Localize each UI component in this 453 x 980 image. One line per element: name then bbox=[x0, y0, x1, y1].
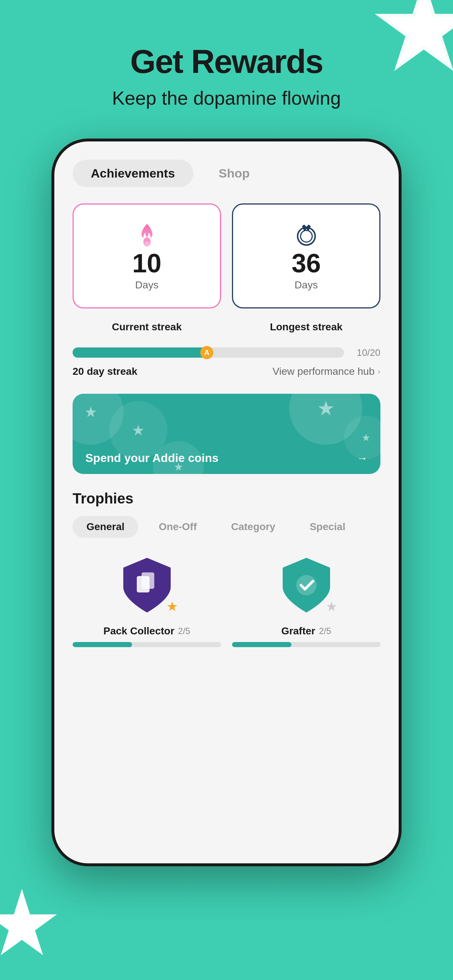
app-content: Achievements Shop bbox=[54, 142, 399, 684]
coins-bottom-bar: Spend your Addie coins → bbox=[73, 442, 380, 474]
page-title: Get Rewards bbox=[0, 44, 453, 80]
flame-icon bbox=[132, 221, 161, 250]
svg-point-1 bbox=[145, 241, 149, 246]
grafter-progress-bar bbox=[232, 642, 380, 647]
addie-coins-banner[interactable]: ★ ★ ★ ★ ★ bbox=[73, 394, 380, 474]
longest-streak-label: Longest streak bbox=[232, 321, 380, 333]
pack-collector-icon-wrapper: ★ bbox=[114, 552, 180, 618]
progress-bar-area: A 10/20 bbox=[73, 347, 380, 358]
trophy-items: ★ Pack Collector 2/5 bbox=[73, 552, 380, 647]
svg-rect-5 bbox=[142, 573, 154, 589]
coins-arrow-icon: → bbox=[357, 452, 368, 465]
main-tabs: Achievements Shop bbox=[73, 160, 380, 187]
progress-bar-fill: A bbox=[73, 347, 208, 358]
current-streak-label: Current streak bbox=[73, 321, 221, 333]
phone-mockup: Achievements Shop bbox=[51, 138, 402, 866]
grafter-name-row: Grafter 2/5 bbox=[281, 625, 331, 637]
longest-streak-card: 36 Days bbox=[232, 204, 380, 309]
pack-collector-count: 2/5 bbox=[178, 626, 190, 636]
view-performance-hub-link[interactable]: View performance hub › bbox=[273, 366, 380, 377]
coins-label: Spend your Addie coins bbox=[85, 451, 219, 465]
grafter-star-icon: ★ bbox=[326, 599, 337, 614]
trophy-pack-collector: ★ Pack Collector 2/5 bbox=[73, 552, 221, 647]
grafter-progress-fill bbox=[232, 642, 292, 647]
grafter-name: Grafter bbox=[281, 625, 315, 637]
current-streak-unit: Days bbox=[135, 279, 159, 291]
streak-labels: Current streak Longest streak bbox=[73, 316, 380, 333]
pack-collector-star-icon: ★ bbox=[166, 599, 178, 614]
progress-bar-wrapper: A bbox=[73, 347, 344, 358]
progress-section: A 10/20 20 day streak View performance h… bbox=[73, 347, 380, 377]
svg-point-3 bbox=[301, 231, 312, 242]
tab-achievements[interactable]: Achievements bbox=[73, 160, 193, 187]
trophy-tab-category[interactable]: Category bbox=[217, 516, 289, 538]
progress-labels: 20 day streak View performance hub › bbox=[73, 366, 380, 377]
phone-outer-frame: Achievements Shop bbox=[51, 138, 402, 866]
trophies-section: Trophies General One-Off Category Specia… bbox=[73, 490, 380, 647]
pack-collector-progress-fill bbox=[73, 642, 132, 647]
grafter-icon-wrapper: ★ bbox=[274, 552, 339, 618]
phone-screen: Achievements Shop bbox=[54, 142, 399, 863]
star-coin-icon-3: ★ bbox=[317, 397, 335, 420]
streak-cards-container: 10 Days 36 Days bbox=[73, 204, 380, 309]
current-streak-card: 10 Days bbox=[73, 204, 221, 309]
chevron-right-icon: › bbox=[378, 366, 380, 377]
progress-count-label: 10/20 bbox=[357, 347, 380, 358]
pack-collector-progress-bar bbox=[73, 642, 221, 647]
grafter-count: 2/5 bbox=[319, 626, 331, 636]
star-coin-icon-4: ★ bbox=[362, 432, 370, 444]
star-coin-icon-1: ★ bbox=[84, 404, 97, 420]
pack-collector-name-row: Pack Collector 2/5 bbox=[104, 625, 190, 637]
page-header: Get Rewards Keep the dopamine flowing bbox=[0, 0, 453, 131]
trophy-grafter: ★ Grafter 2/5 bbox=[232, 552, 380, 647]
pack-collector-name: Pack Collector bbox=[104, 625, 175, 637]
current-streak-value: 10 bbox=[132, 250, 161, 276]
trophy-filter-tabs: General One-Off Category Special bbox=[73, 516, 380, 538]
progress-badge: A bbox=[200, 346, 214, 359]
trophy-tab-general[interactable]: General bbox=[73, 516, 138, 538]
longest-streak-value: 36 bbox=[292, 250, 321, 276]
progress-streak-label: 20 day streak bbox=[73, 366, 137, 377]
trophy-tab-special[interactable]: Special bbox=[296, 516, 359, 538]
longest-streak-unit: Days bbox=[295, 279, 318, 291]
star-decoration-bottom-left bbox=[0, 889, 58, 962]
trophies-title: Trophies bbox=[73, 490, 380, 507]
svg-point-6 bbox=[296, 575, 317, 595]
trophy-tab-oneoff[interactable]: One-Off bbox=[145, 516, 211, 538]
medal-icon bbox=[292, 221, 321, 250]
star-coin-icon-2: ★ bbox=[132, 422, 145, 439]
page-subtitle: Keep the dopamine flowing bbox=[0, 87, 453, 109]
tab-shop[interactable]: Shop bbox=[201, 160, 268, 187]
